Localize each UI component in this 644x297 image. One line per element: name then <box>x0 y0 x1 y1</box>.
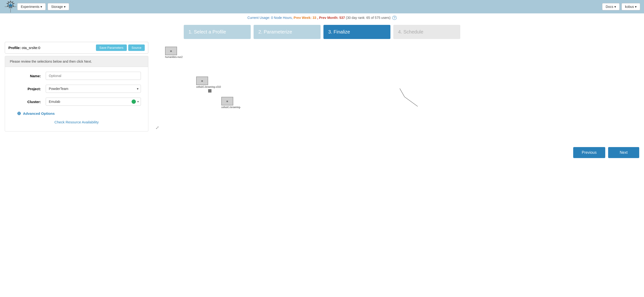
cluster-label: Cluster: <box>12 100 41 104</box>
step-4-label: Schedule <box>403 29 423 34</box>
step-1-number: 1. <box>188 29 194 34</box>
step-3-label: Finalize <box>334 29 350 34</box>
cluster-row: Cluster: Emulab ▾ <box>12 98 141 106</box>
node3-box: ▦ <box>221 97 233 106</box>
save-parameters-button[interactable]: Save Parameters <box>96 44 126 51</box>
advanced-options-plus-icon[interactable]: ⊕ <box>17 110 21 116</box>
svg-line-5 <box>404 97 418 106</box>
profile-label: Profile: <box>8 46 21 50</box>
name-input[interactable] <box>46 72 141 80</box>
svg-line-4 <box>400 88 404 97</box>
step-2-label: Parameterize <box>264 29 292 34</box>
logo-icon <box>4 0 17 14</box>
node2-box: ▦ <box>196 76 208 85</box>
help-icon[interactable]: ? <box>392 16 396 20</box>
advanced-options-link[interactable]: Advanced Options <box>23 112 55 116</box>
steps-row: 1. Select a Profile 2. Parameterize 3. F… <box>0 22 644 42</box>
form-container: Name: Project: PowderTeam ▾ Cluster: <box>5 67 148 132</box>
step-tab-3[interactable]: 3. Finalize <box>324 25 390 39</box>
project-select-wrapper: PowderTeam ▾ <box>46 85 141 93</box>
name-label: Name: <box>12 74 41 78</box>
user-menu-button[interactable]: kobus ▾ <box>622 3 640 10</box>
experiments-menu-button[interactable]: Experiments ▾ <box>17 3 46 10</box>
project-row: Project: PowderTeam ▾ <box>12 85 141 93</box>
name-row: Name: <box>12 72 141 80</box>
next-button[interactable]: Next <box>608 147 639 158</box>
node3-icon: ▦ <box>226 100 228 102</box>
prev-month-label: , Prev Month: <box>317 16 340 20</box>
node3-container: ▦ cellsdr1-browning- <box>221 97 241 108</box>
nav-right-buttons: Docs ▾ kobus ▾ <box>602 3 640 10</box>
cluster-wrapper: Emulab ▾ <box>46 98 141 106</box>
rank-text: (30 day rank: 65 of 575 users) <box>346 16 391 20</box>
form-panel: Profile: ota_srslte:0 Save Parameters So… <box>5 42 148 138</box>
user-dropdown-icon: ▾ <box>635 5 636 8</box>
cluster-status-dot <box>132 100 136 104</box>
step-3-number: 3. <box>328 29 334 34</box>
review-box: Please review the selections below and t… <box>5 56 148 67</box>
diagram-panel: ▦ humanities-nuc2 ▦ cellsdr1-browning-x3… <box>153 42 639 138</box>
step-1-label: Select a Profile <box>194 29 226 34</box>
main-content: Profile: ota_srslte:0 Save Parameters So… <box>0 42 644 142</box>
profile-header: Profile: ota_srslte:0 Save Parameters So… <box>5 42 148 54</box>
step-tab-2[interactable]: 2. Parameterize <box>254 25 320 39</box>
project-label: Project: <box>12 87 41 91</box>
prev-week-value: 33 <box>312 16 316 20</box>
previous-button[interactable]: Previous <box>573 147 605 158</box>
node1-label: humanities-nuc2 <box>165 56 182 58</box>
node2-icon: ▦ <box>201 80 203 82</box>
prev-week-label: Prev Week: <box>294 16 312 20</box>
check-resource-row: Check Resource Availability <box>12 120 141 124</box>
profile-title: Profile: ota_srslte:0 <box>8 46 40 50</box>
advanced-options-row: ⊕ Advanced Options <box>12 110 141 116</box>
step-2-number: 2. <box>258 29 264 34</box>
project-select[interactable]: PowderTeam <box>46 85 141 93</box>
connector-box <box>208 89 212 92</box>
expand-icon[interactable]: ⤢ <box>156 125 159 130</box>
cluster-select[interactable]: Emulab <box>48 99 130 104</box>
step-tab-4[interactable]: 4. Schedule <box>393 25 460 39</box>
docs-menu-button[interactable]: Docs ▾ <box>602 3 620 10</box>
storage-dropdown-icon: ▾ <box>64 5 66 8</box>
docs-dropdown-icon: ▾ <box>614 5 616 8</box>
network-lines <box>153 42 639 138</box>
current-usage-text: Current Usage: 0 Node Hours, <box>247 16 292 20</box>
experiments-dropdown-icon: ▾ <box>40 5 42 8</box>
profile-buttons: Save Parameters Source <box>96 44 145 51</box>
prev-month-value: 537 <box>339 16 345 20</box>
storage-menu-button[interactable]: Storage ▾ <box>48 3 69 10</box>
nav-left-buttons: Experiments ▾ Storage ▾ <box>17 3 602 10</box>
check-resource-link[interactable]: Check Resource Availability <box>54 120 99 124</box>
node1-box: ▦ <box>165 47 177 55</box>
node2-label: cellsdr1-browning-x310 <box>196 86 221 88</box>
node1-icon: ▦ <box>170 50 172 52</box>
cluster-dropdown-icon: ▾ <box>137 100 139 103</box>
usage-bar: Current Usage: 0 Node Hours, Prev Week: … <box>0 14 644 22</box>
source-button[interactable]: Source <box>128 44 145 51</box>
profile-name: ota_srslte:0 <box>22 46 40 50</box>
review-text: Please review the selections below and t… <box>10 60 92 63</box>
step-tab-1[interactable]: 1. Select a Profile <box>184 25 251 39</box>
node3-label: cellsdr1-browning- <box>221 106 241 108</box>
bottom-row: Previous Next <box>0 142 644 163</box>
top-nav: Experiments ▾ Storage ▾ Docs ▾ kobus ▾ <box>0 0 644 14</box>
node1-container: ▦ humanities-nuc2 <box>165 47 182 58</box>
node2-container: ▦ cellsdr1-browning-x310 <box>196 76 221 88</box>
step-4-number: 4. <box>398 29 403 34</box>
